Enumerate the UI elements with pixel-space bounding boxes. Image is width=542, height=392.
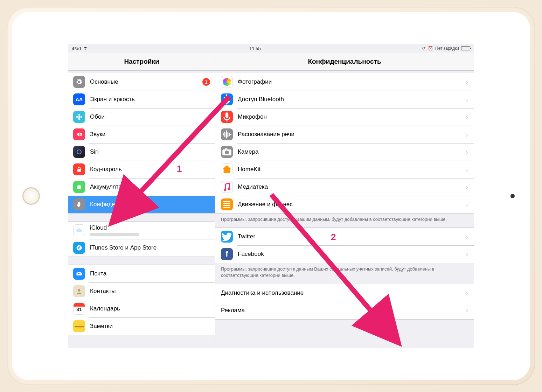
svg-rect-29 — [225, 148, 227, 150]
sidebar-item-battery[interactable]: Аккумулятор — [68, 178, 215, 196]
sidebar-item-siri[interactable]: Siri — [68, 143, 215, 161]
detail-group: Фотографии›Доступ Bluetooth›Микрофон›Рас… — [215, 73, 474, 214]
chevron-right-icon: › — [466, 131, 468, 139]
svg-point-30 — [224, 189, 226, 191]
home-icon — [221, 163, 233, 175]
contacts-icon — [73, 285, 85, 297]
svg-point-13 — [78, 289, 81, 292]
svg-rect-8 — [78, 185, 80, 186]
privacy-item-motion[interactable]: Движение и фитнес› — [215, 196, 474, 213]
mail-icon — [73, 268, 85, 280]
sidebar-item-label: Звуки — [90, 131, 210, 138]
sidebar-item-display[interactable]: AAЭкран и яркость — [68, 91, 215, 108]
sidebar-item-icloud[interactable]: iCloud — [68, 222, 215, 239]
twitter-icon — [221, 231, 233, 243]
detail-title: Конфиденциальность — [215, 52, 474, 71]
sidebar-item-label: Основные — [90, 78, 200, 85]
ipad-bezel: iPad 11:55 ⟳ ⏰ Нет зарядки Настройки — [12, 12, 530, 380]
status-bar: iPad 11:55 ⟳ ⏰ Нет зарядки — [68, 44, 474, 52]
notes-icon — [73, 320, 85, 332]
home-button[interactable] — [22, 187, 40, 205]
detail-pane: Конфиденциальность Фотографии›Доступ Blu… — [215, 52, 474, 348]
sidebar-item-passcode[interactable]: Код-пароль — [68, 161, 215, 178]
chevron-right-icon: › — [466, 148, 468, 156]
chevron-right-icon: › — [466, 78, 468, 86]
privacy-item-bluetooth[interactable]: Доступ Bluetooth› — [215, 91, 474, 108]
sidebar-item-label: Заметки — [90, 323, 210, 330]
hand-icon — [73, 198, 85, 210]
calendar-icon: 31 — [73, 303, 85, 315]
sidebar-item-label: Обои — [90, 113, 210, 120]
section-footer: Программы, запросившие доступ к данным В… — [215, 263, 474, 284]
front-camera — [510, 194, 515, 198]
privacy-item-media[interactable]: Медиатека› — [215, 178, 474, 196]
sidebar-item-label: Контакты — [90, 288, 210, 295]
siri-icon — [73, 146, 85, 158]
privacy-item-label: Камера — [238, 148, 466, 155]
svg-text:A: A — [78, 246, 80, 250]
sidebar-item-appstore[interactable]: AiTunes Store и App Store — [68, 239, 215, 257]
sidebar-item-privacy[interactable]: Конфиденциальность — [68, 196, 215, 213]
privacy-item-facebook[interactable]: fFacebook› — [215, 245, 474, 263]
flower-icon — [73, 111, 85, 123]
settings-sidebar: Настройки Основные1AAЭкран и яркостьОбои… — [68, 52, 215, 348]
chevron-right-icon: › — [466, 306, 468, 314]
privacy-item-label: Facebook — [238, 251, 466, 258]
chevron-right-icon: › — [466, 289, 468, 297]
chevron-right-icon: › — [466, 201, 468, 209]
privacy-item-twitter[interactable]: Twitter› — [215, 228, 474, 245]
svg-point-2 — [78, 118, 80, 120]
sidebar-item-contacts[interactable]: Контакты — [68, 282, 215, 300]
sidebar-item-sounds[interactable]: Звуки — [68, 126, 215, 143]
sidebar-item-label: iTunes Store и App Store — [90, 244, 210, 251]
svg-point-3 — [76, 116, 78, 118]
privacy-item-diag[interactable]: Диагностика и использование› — [215, 284, 474, 302]
device-label: iPad — [72, 46, 81, 51]
sidebar-item-calendar[interactable]: 31Календарь — [68, 300, 215, 317]
sidebar-item-general[interactable]: Основные1 — [68, 73, 215, 91]
sidebar-item-wallpaper[interactable]: Обои — [68, 108, 215, 126]
detail-group: Twitter›fFacebook› — [215, 227, 474, 263]
sidebar-item-label: Конфиденциальность — [90, 201, 210, 208]
sidebar-item-notes[interactable]: Заметки — [68, 317, 215, 335]
privacy-item-label: HomeKit — [238, 166, 466, 173]
privacy-item-label: Фотографии — [238, 78, 466, 85]
lock-icon — [73, 163, 85, 175]
chevron-right-icon: › — [466, 183, 468, 191]
sidebar-item-label: Календарь — [90, 305, 210, 312]
sidebar-scroll[interactable]: Основные1AAЭкран и яркостьОбоиЗвукиSiriК… — [68, 71, 215, 348]
svg-point-4 — [80, 116, 82, 118]
sidebar-group: Основные1AAЭкран и яркостьОбоиЗвукиSiriК… — [68, 73, 215, 214]
music-icon — [221, 181, 233, 193]
privacy-item-homekit[interactable]: HomeKit› — [215, 161, 474, 178]
detail-group: Диагностика и использование›Реклама› — [215, 284, 474, 320]
privacy-item-label: Движение и фитнес — [238, 201, 466, 208]
privacy-item-microphone[interactable]: Микрофон› — [215, 108, 474, 126]
appstore-icon: A — [73, 242, 85, 254]
motion-icon — [221, 198, 233, 210]
charging-label: Нет зарядки — [435, 46, 459, 51]
chevron-right-icon: › — [466, 96, 468, 104]
svg-point-19 — [223, 79, 227, 83]
chevron-right-icon: › — [466, 233, 468, 241]
detail-scroll[interactable]: Фотографии›Доступ Bluetooth›Микрофон›Рас… — [215, 71, 474, 348]
svg-point-28 — [225, 150, 229, 154]
privacy-item-label: Медиатека — [238, 183, 466, 190]
privacy-item-ads[interactable]: Реклама› — [215, 302, 474, 319]
orientation-lock-icon: ⟳ — [422, 46, 426, 51]
sidebar-item-label: Экран и яркость — [90, 96, 210, 103]
svg-point-31 — [228, 188, 230, 190]
sidebar-item-label: Код-пароль — [90, 166, 210, 173]
sidebar-item-label: Почта — [90, 270, 210, 277]
ipad-frame: iPad 11:55 ⟳ ⏰ Нет зарядки Настройки — [7, 7, 535, 385]
cloud-icon — [73, 224, 85, 236]
alarm-icon: ⏰ — [428, 46, 433, 51]
privacy-item-camera[interactable]: Камера› — [215, 143, 474, 161]
battery-icon — [73, 181, 85, 193]
privacy-item-speech[interactable]: Распознавание речи› — [215, 126, 474, 143]
privacy-item-label: Микрофон — [238, 113, 466, 120]
battery-icon — [461, 46, 470, 50]
privacy-item-photos[interactable]: Фотографии› — [215, 73, 474, 91]
sidebar-item-mail[interactable]: Почта — [68, 265, 215, 282]
sidebar-group: ПочтаКонтакты31КалендарьЗаметки — [68, 265, 215, 335]
